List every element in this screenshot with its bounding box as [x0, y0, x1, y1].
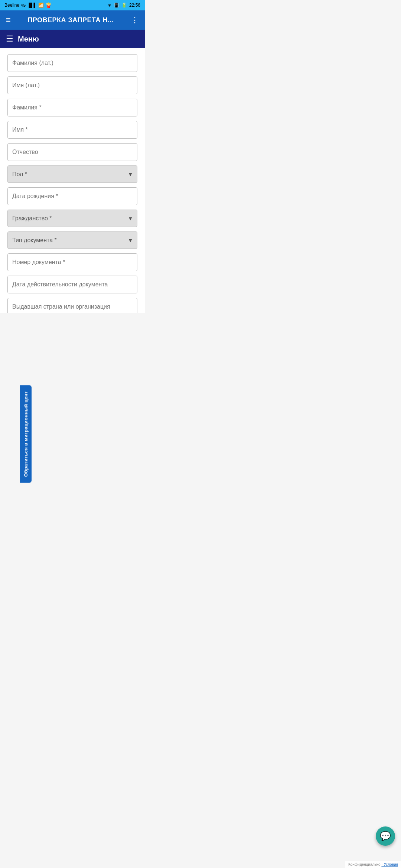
- status-bar: Beeline 4G ▐▌▌ 📶 🍟 ∗ 📳 🔋 22:56: [0, 0, 145, 10]
- menu-bar: ☰ Меню: [0, 30, 145, 48]
- signal-bars: ▐▌▌: [27, 3, 37, 8]
- patronymic-input[interactable]: [7, 143, 137, 161]
- menu-title: Меню: [18, 35, 39, 43]
- more-options-icon[interactable]: ⋮: [131, 15, 139, 25]
- name-latin-input[interactable]: [7, 76, 137, 94]
- mcdonalds-icon: 🍟: [45, 2, 52, 8]
- doc-type-select[interactable]: Тип документа * Паспорт Заграничный пасп…: [7, 231, 137, 249]
- app-bar: ≡ ПРОВЕРКА ЗАПРЕТА Н... ⋮: [0, 10, 145, 30]
- gender-select-wrapper: Пол * Мужской Женский ▼: [7, 165, 137, 183]
- citizenship-select[interactable]: Гражданство * Россия Казахстан Украина Б…: [7, 210, 137, 227]
- doc-number-input[interactable]: [7, 253, 137, 271]
- time: 22:56: [129, 3, 140, 8]
- carrier-name: Beeline: [4, 3, 19, 8]
- surname-input[interactable]: [7, 99, 137, 116]
- citizenship-select-wrapper: Гражданство * Россия Казахстан Украина Б…: [7, 210, 137, 227]
- surname-latin-input[interactable]: [7, 54, 137, 72]
- doc-validity-input[interactable]: [7, 276, 137, 293]
- network-type: 4G: [21, 3, 26, 7]
- status-icons: ∗ 📳 🔋 22:56: [108, 3, 140, 8]
- issuing-country-input[interactable]: [7, 298, 137, 313]
- vibrate-icon: 📳: [114, 3, 119, 8]
- birthdate-input[interactable]: [7, 187, 137, 205]
- gender-select[interactable]: Пол * Мужской Женский: [7, 165, 137, 183]
- carrier-info: Beeline 4G ▐▌▌ 📶 🍟: [4, 2, 52, 8]
- wifi-icon: 📶: [38, 3, 44, 8]
- form-scroll-area: Пол * Мужской Женский ▼ Гражданство * Ро…: [0, 48, 145, 313]
- hamburger-icon[interactable]: ≡: [6, 15, 11, 25]
- battery-icon: 🔋: [121, 3, 127, 8]
- bluetooth-icon: ∗: [108, 3, 111, 8]
- doc-type-select-wrapper: Тип документа * Паспорт Заграничный пасп…: [7, 231, 137, 249]
- menu-icon[interactable]: ☰: [6, 34, 13, 44]
- name-input[interactable]: [7, 121, 137, 139]
- app-bar-title: ПРОВЕРКА ЗАПРЕТА Н...: [11, 16, 131, 24]
- form-container: Пол * Мужской Женский ▼ Гражданство * Ро…: [0, 48, 145, 313]
